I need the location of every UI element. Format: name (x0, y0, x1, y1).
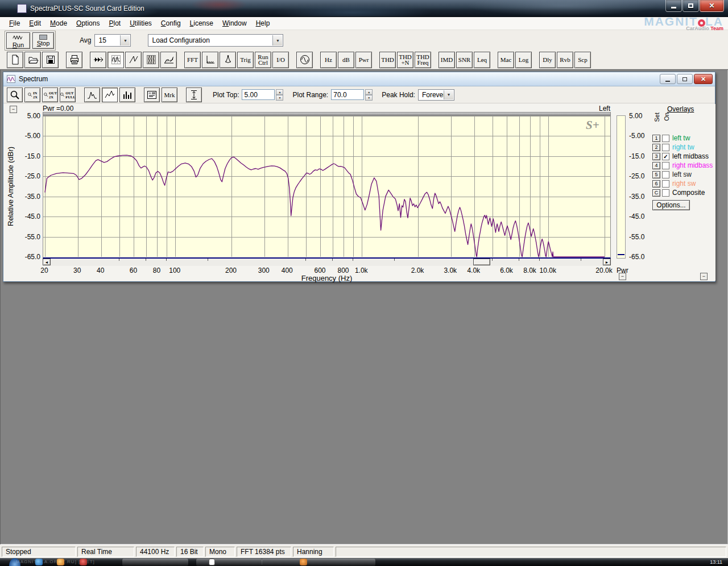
close-button[interactable]: ✕ (700, 0, 724, 12)
overlay-set-button-1[interactable]: 1 (652, 135, 660, 142)
scroll-right-button[interactable]: ► (603, 259, 611, 265)
overlay-checkbox-2[interactable] (662, 144, 669, 151)
chevron-down-icon[interactable]: ▼ (444, 90, 453, 99)
overlay-checkbox-C[interactable] (662, 189, 669, 197)
plot-range-label: Plot Range: (292, 91, 328, 99)
bar-plot-button[interactable] (119, 88, 135, 102)
markers-button[interactable]: Mrk (162, 88, 177, 102)
overlay-checkbox-3[interactable]: ✓ (662, 153, 669, 160)
chevron-down-icon[interactable]: ▼ (120, 35, 130, 45)
open-file-button[interactable] (24, 52, 41, 68)
zoom-out-2x-button[interactable]: OUT2X (42, 88, 58, 102)
spectrum-titlebar[interactable]: Spectrum ✕ (3, 72, 715, 86)
zoom-out-full-button[interactable]: OUTFULL (60, 88, 76, 102)
leq-button[interactable]: Leq (474, 52, 490, 68)
plot-range-spinner[interactable]: ▲▼ (365, 89, 373, 100)
new-file-button[interactable] (7, 52, 23, 68)
overlay-set-button-2[interactable]: 2 (652, 144, 660, 151)
maximize-button[interactable] (682, 0, 699, 12)
overlay-checkbox-1[interactable] (662, 135, 669, 142)
peak-plot-button[interactable] (84, 88, 100, 102)
time-series-view-button[interactable] (90, 52, 106, 68)
plot-range-input[interactable] (331, 89, 364, 100)
avg-combobox[interactable]: 15 ▼ (94, 34, 131, 47)
app-launcher-icon[interactable] (57, 559, 64, 565)
scrollbar-thumb[interactable] (473, 259, 490, 265)
thd-vs-freq-button[interactable]: THD Freq (415, 52, 431, 68)
browser-icon[interactable] (35, 559, 43, 565)
zoom-in-2x-button[interactable]: IN2X (24, 88, 40, 102)
overlay-checkbox-4[interactable] (662, 162, 669, 169)
save-file-button[interactable] (42, 52, 59, 68)
app-titlebar[interactable]: SpectraPLUS-SC Sound Card Edition ✕ (0, 0, 728, 17)
thd-plus-n-button[interactable]: THD +N (397, 52, 413, 68)
fft-settings-button[interactable]: FFT (184, 52, 201, 68)
run-control-button[interactable]: Run Ctrl (255, 52, 271, 68)
phase-view-button[interactable] (125, 52, 142, 68)
amplitude-scale-button[interactable] (186, 88, 202, 102)
spectrum-restore-button[interactable] (677, 74, 693, 84)
spectrogram-view-button[interactable] (143, 52, 159, 68)
spectrum-view-button[interactable] (107, 52, 124, 68)
signal-generator-button[interactable] (296, 52, 313, 68)
io-device-button[interactable]: I/O (272, 52, 289, 68)
units-hz-button[interactable]: Hz (320, 52, 337, 68)
plot-top-spinner[interactable]: ▲▼ (276, 89, 283, 100)
macro-button[interactable]: Mac (498, 52, 514, 68)
menu-utilities[interactable]: Utilities (125, 18, 156, 29)
snr-button[interactable]: SNR (456, 52, 473, 68)
taskbar-task-button[interactable] (262, 559, 375, 566)
logging-button[interactable]: Log (515, 52, 532, 68)
display-options-button[interactable] (144, 88, 160, 102)
load-configuration-combobox[interactable]: Load Configuration ▼ (148, 34, 283, 47)
overlay-set-button-3[interactable]: 3 (652, 153, 660, 160)
spectrum-close-button[interactable]: ✕ (694, 74, 713, 84)
peak-hold-combobox[interactable]: Forever ▼ (418, 89, 454, 101)
surface-view-button[interactable] (160, 52, 177, 68)
menu-help[interactable]: Help (251, 18, 275, 29)
menu-window[interactable]: Window (218, 18, 251, 29)
run-button[interactable]: Run (6, 32, 30, 49)
delay-button[interactable]: Dly (539, 52, 556, 68)
taskbar-task-button[interactable] (196, 559, 262, 566)
overlay-row: 3✓left midbass (652, 152, 716, 161)
overlay-set-button-C[interactable]: C (652, 189, 660, 197)
collapse-power-meter-button[interactable]: − (619, 273, 626, 280)
calibration-button[interactable] (220, 52, 236, 68)
thd-button[interactable]: THD (379, 52, 396, 68)
media-icon[interactable] (80, 559, 87, 565)
overlay-set-button-6[interactable]: 6 (652, 180, 660, 188)
overlay-set-button-5[interactable]: 5 (652, 171, 660, 178)
overlays-options-button[interactable]: Options... (652, 200, 690, 210)
line-plot-button[interactable] (102, 88, 118, 102)
scroll-left-button[interactable]: ◄ (43, 259, 51, 265)
menu-edit[interactable]: Edit (24, 18, 46, 29)
minimize-button[interactable] (665, 0, 682, 12)
trigger-button[interactable]: Trig (237, 52, 254, 68)
imd-button[interactable]: IMD (439, 52, 455, 68)
plot-top-input[interactable] (242, 89, 275, 100)
reverb-button[interactable]: Rvb (557, 52, 573, 68)
print-button[interactable] (66, 52, 82, 68)
scope-button[interactable]: Scp (574, 52, 591, 68)
taskbar-task-button[interactable] (122, 559, 188, 566)
units-db-button[interactable]: dB (338, 52, 354, 68)
power-readout-button[interactable]: Pwr (355, 52, 372, 68)
menu-plot[interactable]: Plot (104, 18, 125, 29)
menu-options[interactable]: Options (72, 18, 104, 29)
zoom-tool-button[interactable] (7, 88, 23, 102)
frequency-scrollbar[interactable]: ◄ ► (43, 259, 611, 266)
overlay-set-button-4[interactable]: 4 (652, 162, 660, 169)
menu-mode[interactable]: Mode (46, 18, 72, 29)
menu-config[interactable]: Config (156, 18, 185, 29)
menu-license[interactable]: License (185, 18, 218, 29)
collapse-overlays-button[interactable]: − (700, 273, 708, 280)
chevron-down-icon[interactable]: ▼ (272, 35, 282, 45)
spectrum-plot[interactable] (43, 115, 611, 259)
overlay-checkbox-6[interactable] (662, 180, 669, 188)
spectrum-minimize-button[interactable] (660, 74, 676, 84)
scaling-button[interactable] (202, 52, 218, 68)
stop-button[interactable]: Stop (32, 32, 54, 49)
overlay-checkbox-5[interactable] (662, 171, 669, 178)
menu-file[interactable]: File (5, 18, 24, 29)
